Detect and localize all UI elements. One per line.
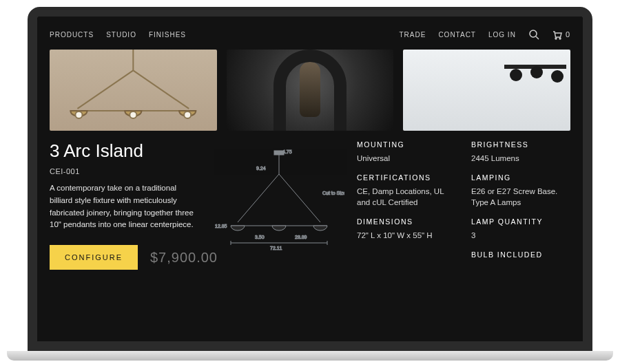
dimension-diagram: 4.75 9.24 12.85 3.50 28.89 72.11 Cut to … — [214, 147, 344, 264]
cart-button[interactable]: 0 — [552, 29, 570, 40]
spec-certifications: CERTIFICATIONS CE, Damp Locations, UL an… — [357, 173, 456, 208]
cart-count: 0 — [566, 30, 570, 39]
svg-point-3 — [559, 38, 561, 39]
svg-text:72.11: 72.11 — [270, 246, 282, 250]
svg-point-0 — [530, 30, 537, 37]
nav-finishes[interactable]: FINISHES — [149, 31, 186, 39]
image-gallery — [50, 50, 570, 131]
configure-button[interactable]: CONFIGURE — [50, 245, 138, 270]
nav-contact[interactable]: CONTACT — [438, 31, 476, 39]
svg-text:3.50: 3.50 — [255, 235, 265, 239]
svg-line-14 — [279, 174, 320, 222]
svg-text:4.75: 4.75 — [282, 149, 292, 154]
svg-line-5 — [77, 70, 133, 109]
product-title: 3 Arc Island — [50, 140, 201, 162]
product-image-3[interactable] — [403, 50, 570, 131]
top-nav: PRODUCTS STUDIO FINISHES TRADE CONTACT L… — [50, 23, 570, 50]
svg-text:9.24: 9.24 — [256, 166, 266, 171]
svg-point-8 — [75, 111, 82, 118]
svg-point-10 — [184, 111, 191, 118]
product-description: A contemporary take on a traditional bil… — [50, 182, 201, 231]
search-icon[interactable] — [528, 29, 539, 40]
nav-login[interactable]: LOG IN — [488, 31, 516, 39]
svg-line-1 — [536, 36, 539, 39]
svg-point-9 — [130, 111, 136, 118]
svg-line-13 — [238, 174, 279, 222]
nav-trade[interactable]: TRADE — [399, 31, 426, 39]
nav-studio[interactable]: STUDIO — [106, 31, 136, 39]
spec-brightness: BRIGHTNESS 2445 Lumens — [471, 140, 570, 164]
svg-line-6 — [133, 70, 189, 109]
product-price: $7,900.00 — [150, 250, 218, 266]
svg-text:12.85: 12.85 — [215, 224, 227, 228]
spec-lamp-quantity: LAMP QUANTITY 3 — [471, 217, 570, 241]
product-image-1[interactable] — [50, 50, 217, 131]
nav-products[interactable]: PRODUCTS — [50, 31, 94, 39]
product-sku: CEI-001 — [50, 167, 201, 175]
spec-bulb-included: BULB INCLUDED — [471, 250, 570, 263]
svg-text:28.89: 28.89 — [295, 235, 307, 239]
spec-lamping: LAMPING E26 or E27 Screw Base. Type A La… — [471, 173, 570, 208]
spec-mounting: MOUNTING Universal — [357, 140, 456, 164]
product-image-2[interactable] — [227, 50, 394, 131]
svg-text:Cut to Size: Cut to Size — [322, 191, 344, 195]
svg-point-2 — [555, 38, 557, 39]
spec-dimensions: DIMENSIONS 72" L x 10" W x 55" H — [357, 217, 456, 241]
